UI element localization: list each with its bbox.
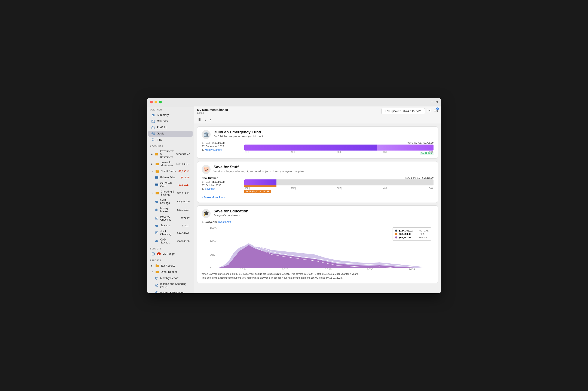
emergency-fund-info: Build an Emergency Fund Don't let the un… [214,130,263,138]
svg-text:2026: 2026 [282,268,289,270]
credit-cards-label: Credit Cards [161,170,176,173]
chevron-right-icon-loans: ▶ [151,163,153,165]
sidebar-item-loans[interactable]: ▶ Loans & Mortgages $435,065.87 [148,160,193,168]
sidebar-item-tax-reports[interactable]: ▶ Tax Reports [148,263,193,269]
money-market-label: Money Market [160,207,175,213]
app-window: + ↻ Overview Summary Calendar [147,98,441,293]
sidebar-item-savings[interactable]: Savings $76.03 [148,222,193,228]
joint-checking-amount: $12,427.98 [177,231,190,234]
save-for-stuff-account[interactable]: Savings> [205,187,216,190]
legend-actual-value: $124,762.02 [399,229,417,232]
sidebar-item-income-spending[interactable]: Income and Spending (YTD) [148,281,193,290]
sidebar-item-cad-savings-2[interactable]: CAD Savings CA$700.00 [148,237,193,245]
sidebar-item-portfolio[interactable]: Portfolio [148,124,193,130]
svg-text:2024: 2024 [240,268,247,270]
svg-text:100K: 100K [210,240,217,243]
savings-icon [155,223,158,227]
add-button[interactable]: + [431,100,433,104]
fullscreen-button[interactable] [159,101,162,103]
save-for-education-header: 🎓 Save for Education Everyone's got drea… [202,209,434,218]
sfs-target-label: NOV 1 TARGET $14,250.00 [244,177,434,179]
refresh-button[interactable]: ↻ [435,100,438,104]
sidebar-item-investments[interactable]: ▶ Investments & Retirement $160,518.42 [148,149,193,160]
sidebar-item-primary-visa[interactable]: Primary Visa -$518.25 [148,175,193,181]
budget-icon [151,252,155,256]
close-button[interactable] [150,101,153,103]
savings-amount: $76.03 [182,224,190,227]
sidebar-item-checking-savings-group[interactable]: ▼ Checking & Savings $50,614.21 [148,189,193,197]
cad-savings-1-label: CAD Savings [160,198,175,204]
joint-checking-icon [155,231,158,235]
traffic-lights [150,101,162,103]
sfs-save-more: SAVE $14,173.97 MORE [244,189,434,193]
goals-label: Goals [157,132,190,135]
export-button[interactable] [427,108,432,114]
sidebar-item-calendar[interactable]: Calendar [148,118,193,124]
sfs-bar-container: 10K | 20K | 30K | 40K | 50K [244,180,434,189]
forward-button[interactable]: › [208,117,212,122]
chevron-down-icon-cc: ▼ [151,170,153,172]
svg-point-45 [157,241,157,241]
other-reports-label: Other Reports [161,271,190,274]
sidebar-item-credit-cards-group[interactable]: ▼ Credit Cards -$7,033.42 [148,168,193,174]
legend-ideal-value: $66,568.62 [399,233,417,235]
portfolio-icon [151,125,155,129]
education-description: When Sawyer starts school on 08-01-2030,… [202,272,434,280]
save-for-education-info: Save for Education Everyone's got dreams [214,209,248,217]
overview-section-label: Overview [147,106,194,112]
income-spending-label: Income and Spending (YTD) [160,283,190,289]
education-legend: $124,762.02 ACTUAL $66,568.62 IDEAL $66,… [392,227,431,241]
reserve-checking-icon [155,216,158,220]
sidebar-item-joint-checking[interactable]: Joint Checking $12,427.98 [148,229,193,237]
panel-toggle-button[interactable]: ||| [197,117,202,122]
sidebar-item-cad-savings-1[interactable]: CAD Savings CA$700.00 [148,197,193,205]
sidebar-item-reserve-checking[interactable]: Reserve Checking $874.77 [148,214,193,222]
checking-savings-amount: $50,614.21 [177,192,190,195]
emergency-fund-account[interactable]: Money Market> [205,148,222,151]
last-update-button[interactable]: Last update: 10/1/24, 11:27 AM [381,108,425,114]
legend-target: $66,561.89 TARGET [395,236,429,239]
back-button[interactable]: ‹ [203,117,207,122]
sidebar-item-money-market[interactable]: Money Market $36,715.97 [148,206,193,214]
minimize-button[interactable] [154,101,157,103]
new-kitchen-name: New Kitchen [202,177,240,180]
svg-rect-16 [155,177,158,178]
primary-visa-label: Primary Visa [160,176,178,179]
legend-target-label: TARGET [419,236,429,239]
make-more-plans-link[interactable]: + Make More Plans [202,196,225,199]
emergency-fund-progress: NOV 1 TARGET $6,750.00 [244,142,434,155]
sfs-track [244,180,434,186]
sidebar-item-other-reports[interactable]: ▼ Other Reports [148,269,193,275]
sidebar-item-citi-card[interactable]: Citi Credit Card -$6,515.17 [148,181,193,189]
other-reports-folder-icon [155,270,159,274]
sawyer-label: Sawyer [205,220,214,223]
sidebar-item-goals[interactable]: Goals [148,131,193,137]
emergency-fund-in: IN Money Market> [202,148,240,151]
save-for-stuff-progress: NOV 1 TARGET $14,250.00 [244,177,434,193]
education-account[interactable]: Investment> [218,220,232,223]
svg-rect-30 [155,217,158,219]
gear-icon-edu: ⚙ [202,220,204,223]
money-market-amount: $36,715.97 [177,208,190,211]
cad-savings-2-label: CAD Savings [160,238,175,244]
svg-rect-3 [153,115,153,116]
emergency-fund-target-label: NOV 1 TARGET $6,750.00 [244,142,434,144]
sidebar-item-income-expenses[interactable]: Income & Expenses [148,290,193,293]
budget-badge: 2 [157,252,161,255]
loans-label: Loans & Mortgages [161,161,174,167]
save-amount-sfs: $50,000.00 [212,181,225,184]
emergency-fund-track [244,145,434,151]
notifications-button[interactable]: 4 [434,108,438,114]
sidebar-item-find[interactable]: Find [148,137,193,143]
reports-section-label: Reports [147,257,194,263]
legend-actual: $124,762.02 ACTUAL [395,229,429,232]
chevron-right-icon: ▶ [151,153,153,155]
save-for-stuff-meta: New Kitchen ⚙ SAVE $50,000.00 BY October… [202,177,240,190]
chevron-right-icon-tax: ▶ [151,265,153,267]
tax-reports-folder-icon [155,264,159,268]
find-label: Find [157,138,190,141]
sidebar-item-my-budget[interactable]: 2 My Budget [148,251,193,257]
save-for-stuff-in: IN Savings> [202,187,240,190]
sidebar-item-summary[interactable]: Summary [148,112,193,118]
sidebar-item-monthly-report[interactable]: Monthly Report [148,275,193,281]
